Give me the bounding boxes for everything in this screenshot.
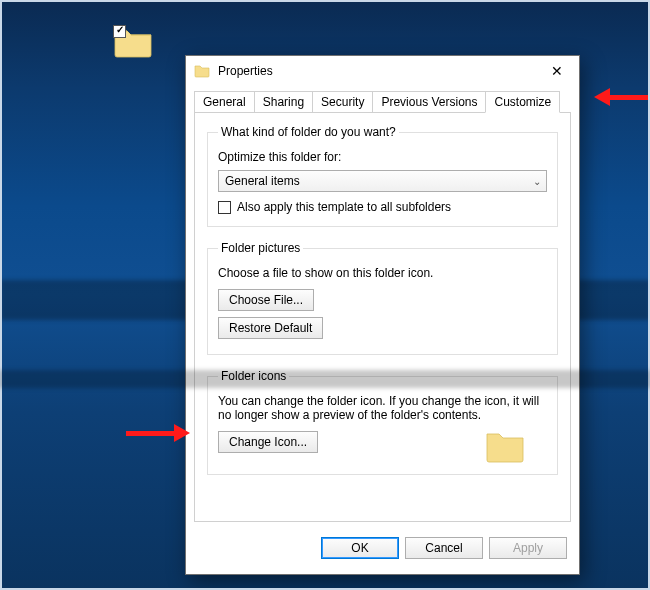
group-folder-kind-legend: What kind of folder do you want? (218, 125, 399, 139)
tab-strip: General Sharing Security Previous Versio… (194, 91, 571, 113)
group-folder-icons-legend: Folder icons (218, 369, 289, 383)
restore-default-button[interactable]: Restore Default (218, 317, 323, 339)
folder-icon-preview (483, 424, 527, 468)
chevron-down-icon: ⌄ (528, 176, 546, 187)
change-icon-button[interactable]: Change Icon... (218, 431, 318, 453)
folder-icon (194, 63, 210, 79)
choose-file-desc: Choose a file to show on this folder ico… (218, 266, 547, 280)
group-folder-kind: What kind of folder do you want? Optimiz… (207, 125, 558, 227)
titlebar[interactable]: Properties ✕ (186, 56, 579, 86)
selection-checkbox-icon (113, 25, 126, 38)
desktop: Properties ✕ General Sharing Security Pr… (0, 0, 650, 590)
annotation-arrow-customize-tab (594, 90, 648, 104)
tab-customize[interactable]: Customize (485, 91, 560, 113)
window-title: Properties (218, 64, 273, 78)
tab-panel-customize: What kind of folder do you want? Optimiz… (194, 112, 571, 522)
choose-file-button[interactable]: Choose File... (218, 289, 314, 311)
tab-security[interactable]: Security (312, 91, 373, 113)
close-icon: ✕ (551, 63, 563, 79)
checkbox-icon (218, 201, 231, 214)
close-button[interactable]: ✕ (534, 56, 579, 86)
also-apply-label: Also apply this template to all subfolde… (237, 200, 451, 214)
optimize-label: Optimize this folder for: (218, 150, 547, 164)
tab-previous-versions[interactable]: Previous Versions (372, 91, 486, 113)
change-icon-desc: You can change the folder icon. If you c… (218, 394, 547, 422)
annotation-arrow-change-icon (126, 426, 190, 440)
ok-button[interactable]: OK (321, 537, 399, 559)
group-folder-pictures: Folder pictures Choose a file to show on… (207, 241, 558, 355)
also-apply-checkbox[interactable]: Also apply this template to all subfolde… (218, 200, 547, 214)
folder-icon (483, 424, 527, 468)
apply-button[interactable]: Apply (489, 537, 567, 559)
group-folder-pictures-legend: Folder pictures (218, 241, 303, 255)
optimize-select-value: General items (225, 174, 300, 188)
group-folder-icons: Folder icons You can change the folder i… (207, 369, 558, 475)
desktop-folder-icon[interactable] (113, 25, 158, 70)
tab-general[interactable]: General (194, 91, 255, 113)
properties-dialog: Properties ✕ General Sharing Security Pr… (185, 55, 580, 575)
tab-sharing[interactable]: Sharing (254, 91, 313, 113)
cancel-button[interactable]: Cancel (405, 537, 483, 559)
dialog-button-row: OK Cancel Apply (321, 534, 567, 562)
optimize-select[interactable]: General items ⌄ (218, 170, 547, 192)
